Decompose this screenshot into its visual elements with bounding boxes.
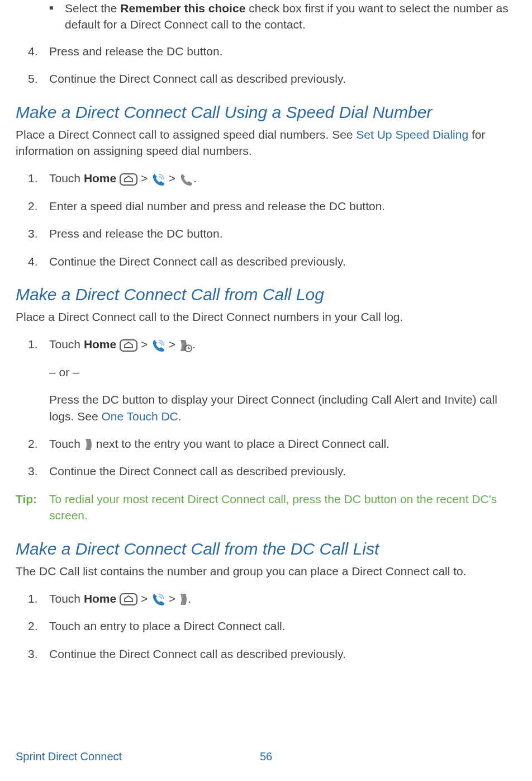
step-text: Touch next to the entry you want to plac… [49, 436, 390, 452]
section-intro: Place a Direct Connect call to the Direc… [16, 309, 516, 325]
step-3: 3. Continue the Direct Connect call as d… [28, 463, 516, 479]
step-5: 5. Continue the Direct Connect call as d… [28, 70, 516, 87]
dc-tab-icon [84, 437, 93, 452]
dc-tab-clock-icon [179, 338, 192, 353]
step-number: 2. [28, 198, 49, 214]
step-3: 3. Press and release the DC button. [28, 225, 516, 242]
step-number: 1. [28, 170, 49, 186]
bold-text: Home [84, 592, 116, 605]
bold-text: Home [84, 172, 116, 184]
bullet-text: Select the Remember this choice check bo… [65, 0, 516, 33]
section-intro: Place a Direct Connect call to assigned … [16, 126, 516, 159]
step-number: 1. [28, 590, 49, 607]
or-separator: – or – [49, 364, 516, 380]
step-text: Touch Home > > . [49, 590, 191, 607]
step-text: Press and release the DC button. [49, 43, 223, 59]
text: next to the entry you want to place a Di… [93, 437, 390, 450]
step-number: 4. [28, 43, 49, 59]
dc-tab-icon [179, 592, 188, 607]
bold-text: Home [84, 338, 116, 351]
text: Select the [65, 2, 120, 15]
step-number: 3. [28, 646, 49, 662]
heading-speed-dial: Make a Direct Connect Call Using a Speed… [16, 101, 516, 124]
step-4: 4. Press and release the DC button. [28, 43, 516, 59]
phone-grey-icon [179, 172, 193, 187]
text: Touch [49, 338, 84, 351]
step-number: 1. [28, 336, 49, 352]
step-text: Continue the Direct Connect call as desc… [49, 70, 346, 87]
text: . [188, 592, 191, 605]
separator: > [137, 338, 151, 351]
text: . [192, 338, 196, 351]
text: Touch [49, 592, 84, 605]
phone-blue-icon [151, 172, 165, 187]
step-text: Continue the Direct Connect call as desc… [49, 253, 346, 269]
home-icon [120, 339, 137, 352]
step-number: 3. [28, 463, 49, 479]
heading-dc-call-list: Make a Direct Connect Call from the DC C… [16, 537, 516, 561]
step-text: Continue the Direct Connect call as desc… [49, 463, 346, 479]
step-2: 2. Touch next to the entry you want to p… [28, 436, 516, 452]
bullet-item: ■ Select the Remember this choice check … [49, 0, 516, 33]
step-1: 1. Touch Home > > . [28, 590, 516, 607]
step-number: 2. [28, 436, 49, 452]
text: . [178, 410, 182, 423]
step-1: 1. Touch Home > > . [28, 336, 516, 352]
section-intro: The DC Call list contains the number and… [16, 563, 516, 579]
phone-blue-icon [151, 592, 165, 607]
step-number: 3. [28, 225, 49, 242]
separator: > [137, 592, 151, 605]
text: Place a Direct Connect call to assigned … [16, 128, 356, 141]
bullet-marker: ■ [49, 0, 65, 33]
tip-text: To redial your most recent Direct Connec… [49, 491, 516, 524]
heading-call-log: Make a Direct Connect Call from Call Log [16, 283, 516, 306]
alt-step-text: Press the DC button to display your Dire… [49, 391, 516, 424]
tip: Tip: To redial your most recent Direct C… [16, 491, 516, 524]
step-2: 2. Enter a speed dial number and press a… [28, 198, 516, 214]
text: Touch [49, 172, 84, 184]
separator: > [137, 172, 151, 184]
home-icon [120, 173, 137, 186]
text: . [193, 172, 197, 184]
footer: Sprint Direct Connect 56 [16, 749, 516, 764]
step-number: 2. [28, 618, 49, 634]
separator: > [165, 172, 179, 184]
link-one-touch-dc[interactable]: One Touch DC [101, 410, 178, 423]
link-speed-dialing[interactable]: Set Up Speed Dialing [356, 128, 468, 141]
step-2: 2. Touch an entry to place a Direct Conn… [28, 618, 516, 634]
step-text: Touch Home > > . [49, 336, 196, 352]
step-1: 1. Touch Home > > . [28, 170, 516, 186]
tip-label: Tip: [16, 491, 49, 524]
step-text: Press and release the DC button. [49, 225, 223, 242]
step-text: Continue the Direct Connect call as desc… [49, 646, 346, 662]
phone-blue-icon [151, 338, 165, 353]
step-number: 4. [28, 253, 49, 269]
separator: > [165, 592, 179, 605]
footer-page-number: 56 [260, 749, 272, 764]
text: Touch [49, 437, 84, 450]
step-4: 4. Continue the Direct Connect call as d… [28, 253, 516, 269]
step-3: 3. Continue the Direct Connect call as d… [28, 646, 516, 662]
step-text: Touch an entry to place a Direct Connect… [49, 618, 286, 634]
bold-text: Remember this choice [120, 2, 245, 15]
step-number: 5. [28, 70, 49, 87]
step-text: Touch Home > > . [49, 170, 197, 186]
step-text: Enter a speed dial number and press and … [49, 198, 385, 214]
home-icon [120, 593, 137, 605]
separator: > [165, 338, 179, 351]
